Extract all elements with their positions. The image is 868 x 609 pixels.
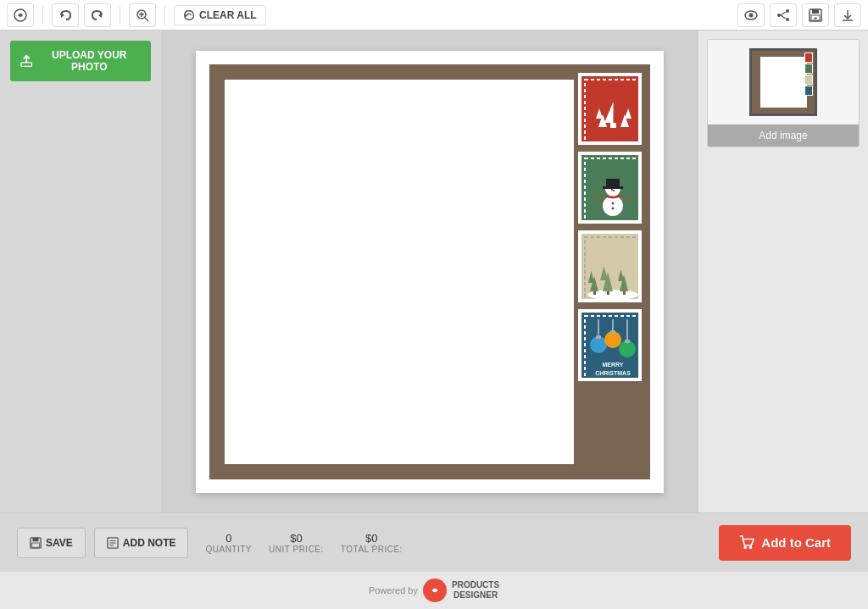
- svg-rect-22: [21, 63, 32, 67]
- preview-stamp-icons: [804, 53, 813, 96]
- total-price-value: $0: [365, 532, 377, 545]
- footer: Powered by PRODUCTSDESIGNER: [0, 572, 868, 609]
- add-image-label[interactable]: Add image: [708, 125, 859, 147]
- save-button[interactable]: SAVE: [17, 528, 86, 558]
- preview-frame: [749, 48, 817, 116]
- total-price-item: $0 TOTAL PRICE:: [341, 532, 403, 554]
- stamps-column: MERRY CHRISTMAS: [578, 73, 642, 381]
- preview-stamp-icon-2: [804, 64, 813, 74]
- svg-line-14: [781, 15, 786, 19]
- svg-rect-63: [596, 335, 601, 339]
- save-icon-button[interactable]: [802, 3, 829, 27]
- svg-rect-71: [33, 537, 39, 540]
- svg-line-13: [781, 12, 786, 15]
- preview-stamp-icon-3: [804, 75, 813, 85]
- svg-point-44: [612, 207, 615, 209]
- main-area: UPLOAD YOUR PHOTO: [0, 30, 868, 512]
- svg-text:MERRY: MERRY: [602, 362, 623, 368]
- upload-photo-button[interactable]: UPLOAD YOUR PHOTO: [10, 41, 151, 81]
- right-panel: Add image: [698, 30, 868, 512]
- brand-name: PRODUCTSDESIGNER: [452, 580, 499, 601]
- svg-rect-65: [610, 330, 615, 334]
- save-label: SAVE: [46, 537, 73, 549]
- add-to-cart-button[interactable]: Add to Cart: [719, 525, 851, 561]
- total-price-label: TOTAL PRICE:: [341, 545, 403, 554]
- svg-point-11: [786, 18, 789, 21]
- toolbar: CLEAR ALL: [0, 0, 868, 30]
- unit-price-value: $0: [290, 532, 302, 545]
- upload-photo-label: UPLOAD YOUR PHOTO: [37, 49, 141, 73]
- design-canvas[interactable]: MERRY CHRISTMAS: [209, 64, 650, 479]
- separator-3: [164, 6, 165, 25]
- svg-rect-72: [32, 543, 40, 547]
- share-button[interactable]: [770, 3, 797, 27]
- download-button[interactable]: [834, 3, 861, 27]
- photo-area[interactable]: [225, 80, 574, 464]
- order-info: 0 QUANTITY $0 UNIT PRICE: $0 TOTAL PRICE…: [205, 532, 402, 554]
- svg-rect-54: [593, 291, 596, 295]
- stamp-3: [578, 230, 642, 302]
- zoom-button[interactable]: [129, 3, 156, 27]
- canvas-wrapper: MERRY CHRISTMAS: [196, 51, 664, 493]
- logo-button[interactable]: [7, 3, 34, 27]
- svg-point-9: [749, 13, 754, 17]
- stamp-2: [578, 152, 642, 224]
- svg-point-10: [786, 9, 789, 13]
- svg-marker-2: [98, 13, 102, 18]
- preview-button[interactable]: [737, 3, 765, 27]
- preview-frame-inner: [760, 57, 807, 108]
- quantity-item: 0 QUANTITY: [205, 532, 252, 554]
- svg-point-77: [744, 545, 748, 549]
- svg-rect-55: [607, 291, 609, 295]
- svg-rect-30: [610, 123, 616, 128]
- svg-rect-16: [812, 9, 819, 14]
- clear-all-label: CLEAR ALL: [199, 9, 257, 21]
- stamp-4: MERRY CHRISTMAS: [578, 309, 642, 381]
- svg-point-37: [611, 189, 613, 191]
- preview-stamp-icon-4: [804, 86, 813, 96]
- svg-rect-67: [625, 340, 630, 343]
- separator-2: [120, 6, 120, 25]
- toolbar-right-icons: [737, 3, 861, 27]
- canvas-area: MERRY CHRISTMAS: [161, 30, 698, 512]
- add-to-cart-label: Add to Cart: [761, 535, 831, 550]
- undo-button[interactable]: [52, 3, 79, 27]
- svg-rect-56: [623, 291, 626, 295]
- bottom-bar: SAVE ADD NOTE 0 QUANTITY $0 UNIT PRICE: …: [0, 512, 868, 572]
- svg-point-12: [777, 14, 781, 17]
- preview-image: [708, 40, 859, 125]
- redo-button[interactable]: [84, 3, 111, 27]
- powered-by-text: Powered by: [369, 585, 418, 595]
- separator-1: [42, 6, 43, 25]
- unit-price-item: $0 UNIT PRICE:: [269, 532, 324, 554]
- preview-box: Add image: [707, 39, 860, 147]
- svg-rect-40: [603, 186, 623, 189]
- svg-point-43: [612, 202, 615, 204]
- svg-line-4: [145, 18, 148, 21]
- quantity-label: QUANTITY: [205, 545, 252, 554]
- svg-text:CHRISTMAS: CHRISTMAS: [595, 370, 631, 376]
- left-panel: UPLOAD YOUR PHOTO: [0, 30, 161, 512]
- clear-all-button[interactable]: CLEAR ALL: [174, 5, 266, 25]
- svg-point-38: [613, 190, 615, 191]
- add-note-button[interactable]: ADD NOTE: [94, 528, 189, 558]
- brand-logo: [423, 579, 447, 602]
- quantity-value: 0: [225, 532, 231, 545]
- svg-point-78: [749, 545, 753, 549]
- preview-stamp-icon-1: [804, 53, 813, 63]
- add-note-label: ADD NOTE: [123, 537, 176, 549]
- svg-point-33: [603, 196, 623, 216]
- svg-rect-39: [606, 179, 620, 187]
- unit-price-label: UNIT PRICE:: [269, 545, 324, 554]
- stamp-1: [578, 73, 642, 145]
- svg-marker-1: [61, 13, 64, 18]
